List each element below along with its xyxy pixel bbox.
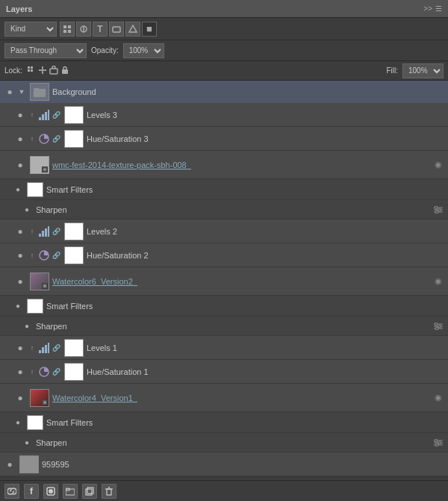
visibility-icon[interactable]: ● [13, 341, 27, 355]
svg-rect-10 [28, 69, 30, 72]
opacity-select[interactable]: 100% [123, 43, 164, 58]
list-item[interactable]: ● wmc-fest-2014-texture-pack-sbh-008_ ◉ [0, 151, 448, 179]
pixel-filter-icon[interactable] [60, 22, 75, 37]
svg-point-33 [435, 211, 438, 214]
svg-rect-35 [42, 231, 44, 237]
svg-point-47 [435, 327, 438, 330]
add-style-button[interactable]: f [24, 484, 39, 499]
delete-layer-button[interactable] [102, 484, 116, 499]
layer-thumbnail [30, 273, 49, 290]
layer-thumbnail [27, 299, 43, 314]
layer-name: 959595 [42, 460, 445, 469]
layer-thumbnail [64, 363, 84, 381]
lock-position-icon[interactable] [38, 66, 47, 76]
text-filter-icon[interactable]: T [93, 22, 108, 37]
layer-arrow: ↑ [27, 226, 37, 237]
panel-title: Layers [6, 4, 32, 13]
svg-point-61 [435, 444, 438, 446]
list-item[interactable]: ● ↑ 🔗 Levels 1 [0, 336, 448, 360]
svg-rect-17 [62, 69, 68, 74]
filter-settings-icon[interactable] [432, 436, 445, 449]
svg-rect-9 [31, 66, 33, 69]
shape-filter-icon[interactable] [109, 22, 124, 37]
list-item[interactable]: ● ▼ Background [0, 81, 448, 103]
svg-rect-49 [42, 347, 44, 353]
extra-filter-icon[interactable]: ■ [142, 22, 157, 37]
svg-point-31 [435, 206, 438, 209]
new-layer-button[interactable] [82, 484, 97, 499]
list-item[interactable]: ● Smart Filters [0, 412, 448, 433]
new-group-button[interactable] [63, 484, 78, 499]
adjustment-filter-icon[interactable] [76, 22, 91, 37]
svg-rect-2 [63, 30, 66, 33]
list-item[interactable]: ● Sharpen [0, 317, 448, 336]
svg-rect-34 [39, 234, 41, 237]
list-item[interactable]: ● 959595 [0, 452, 448, 476]
lock-all-icon[interactable] [60, 66, 69, 76]
list-item[interactable]: ● Smart Filters [0, 179, 448, 200]
visibility-icon[interactable]: ● [13, 132, 27, 146]
bottom-toolbar: f [0, 480, 448, 501]
panel-menu-icon[interactable]: ☰ [435, 4, 442, 13]
layer-name: Levels 1 [87, 343, 445, 352]
visibility-icon[interactable]: ● [3, 458, 16, 471]
layer-name: Hue/Saturation 3 [87, 134, 445, 143]
lock-pixels-icon[interactable] [27, 66, 36, 76]
collapse-arrow[interactable]: ▼ [16, 87, 27, 97]
list-item[interactable]: ● Watercolor6_Version2_ ◉ [0, 267, 448, 296]
layer-thumbnail [64, 106, 84, 124]
fill-select[interactable]: 100% [402, 63, 444, 78]
svg-rect-21 [42, 114, 44, 120]
layer-name: Sharpen [36, 205, 432, 214]
visibility-icon[interactable]: ● [13, 249, 27, 262]
layer-name: Watercolor4_Version1_ [52, 393, 432, 402]
svg-rect-50 [45, 345, 47, 353]
svg-rect-1 [68, 25, 71, 28]
panel-expand-icon[interactable]: >> [423, 4, 432, 13]
list-item[interactable]: ● Sharpen [0, 433, 448, 452]
svg-rect-64 [66, 489, 75, 495]
visibility-icon[interactable]: ● [21, 203, 33, 217]
list-item[interactable]: ● Watercolor4_Version1_ ◉ [0, 384, 448, 412]
layer-thumbnail [64, 246, 84, 264]
svg-rect-3 [68, 30, 71, 33]
lock-artboard-icon[interactable] [49, 66, 58, 76]
list-item[interactable]: ● Sharpen [0, 200, 448, 220]
smart-filter-icon[interactable] [125, 22, 140, 37]
visibility-icon[interactable]: ● [13, 108, 27, 122]
svg-rect-20 [39, 117, 41, 120]
visibility-icon[interactable]: ● [12, 183, 24, 196]
filter-kind-select[interactable]: Kind [4, 22, 57, 37]
layer-thumbnail [30, 156, 49, 174]
layer-thumbnail [30, 83, 49, 101]
filter-icons: T ■ [60, 22, 157, 37]
layer-name: Levels 3 [87, 111, 445, 119]
visibility-icon[interactable]: ● [13, 391, 27, 405]
add-mask-button[interactable] [43, 484, 58, 499]
lock-icons [27, 66, 69, 76]
blend-mode-select[interactable]: Pass Through [4, 43, 87, 58]
filter-settings-icon[interactable] [432, 320, 445, 333]
visibility-icon[interactable]: ● [13, 158, 27, 172]
list-item[interactable]: ● Smart Filters [0, 296, 448, 317]
filter-settings-icon[interactable] [432, 203, 445, 217]
list-item[interactable]: ● ↑ 🔗 Hue/Saturation 2 [0, 243, 448, 267]
visibility-icon[interactable]: ● [13, 365, 27, 379]
visibility-icon[interactable]: ● [21, 436, 33, 449]
visibility-icon[interactable]: ● [13, 275, 27, 288]
svg-rect-16 [50, 69, 57, 74]
list-item[interactable]: ● ↑ 🔗 Hue/Saturation 1 [0, 360, 448, 384]
layers-panel: Layers >> ☰ Kind T [0, 0, 448, 501]
svg-point-46 [438, 325, 441, 328]
visibility-icon[interactable]: ● [12, 299, 24, 313]
link-layers-button[interactable] [4, 484, 19, 499]
visibility-icon[interactable]: ● [12, 416, 24, 429]
svg-rect-6 [113, 27, 120, 32]
list-item[interactable]: ● ↑ 🔗 Hue/Saturation 3 [0, 127, 448, 151]
list-item[interactable]: ● ↑ 🔗 Levels 3 [0, 103, 448, 127]
visibility-icon[interactable]: ● [21, 320, 33, 333]
list-item[interactable]: ● ↑ 🔗 Levels 2 [0, 220, 448, 243]
link-icon: 🔗 [51, 110, 61, 120]
visibility-icon[interactable]: ● [13, 225, 27, 238]
visibility-icon[interactable]: ● [3, 85, 16, 99]
